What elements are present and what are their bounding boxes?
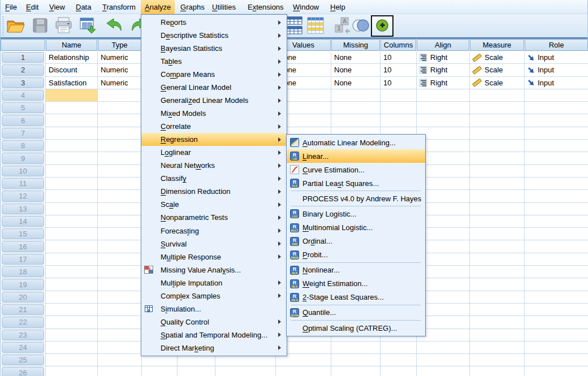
- menu-item-forecasting[interactable]: Forecasting: [141, 224, 287, 237]
- print-button[interactable]: [53, 15, 74, 37]
- row-number-cell[interactable]: 18: [1, 266, 46, 278]
- cell-label-26[interactable]: [215, 366, 276, 376]
- menubar-item-file[interactable]: File: [1, 0, 21, 14]
- menu-item-neural-networks[interactable]: Neural Networks: [141, 159, 287, 172]
- cell-role-17[interactable]: [525, 253, 588, 266]
- recall-dialogs-button[interactable]: [77, 15, 99, 37]
- submenu-item-binary-logistic[interactable]: RLOGBinary Logistic...: [287, 207, 425, 221]
- cell-measure-24[interactable]: [470, 342, 525, 354]
- cell-width-26[interactable]: [142, 366, 178, 376]
- cell-type-25[interactable]: [98, 354, 142, 366]
- row-number-cell[interactable]: 5: [1, 102, 46, 114]
- cell-measure-6[interactable]: [470, 114, 525, 127]
- cell-measure-2[interactable]: Scale: [470, 64, 525, 76]
- row-number-cell[interactable]: 24: [1, 342, 46, 354]
- cell-align-25[interactable]: [417, 354, 470, 366]
- cell-name-25[interactable]: [46, 354, 98, 366]
- cell-columns-24[interactable]: [381, 342, 417, 354]
- cell-values-26[interactable]: [276, 366, 331, 376]
- row-number-cell[interactable]: 21: [1, 304, 46, 316]
- cell-align-2[interactable]: Right: [417, 64, 470, 76]
- column-header-type[interactable]: Type: [98, 39, 142, 51]
- menu-item-tables[interactable]: Tables: [141, 55, 287, 68]
- cell-type-23[interactable]: [98, 329, 142, 342]
- column-header-columns[interactable]: Columns: [381, 39, 417, 51]
- cell-type-6[interactable]: [98, 114, 142, 127]
- cell-measure-25[interactable]: [470, 354, 525, 366]
- cell-measure-15[interactable]: [470, 228, 525, 240]
- cell-type-22[interactable]: [98, 316, 142, 329]
- cell-align-4[interactable]: [417, 89, 470, 102]
- cell-missing-4[interactable]: [331, 89, 381, 102]
- row-number-cell[interactable]: 25: [1, 354, 46, 366]
- cell-name-2[interactable]: Discount: [46, 64, 98, 76]
- column-header-name[interactable]: Name: [46, 39, 98, 51]
- column-header-role[interactable]: Role: [525, 39, 588, 51]
- cell-measure-22[interactable]: [470, 316, 525, 329]
- cell-name-3[interactable]: Satisfaction: [46, 77, 98, 89]
- cell-measure-3[interactable]: Scale: [470, 77, 525, 89]
- cell-role-18[interactable]: [525, 266, 588, 278]
- cell-align-6[interactable]: [417, 114, 470, 127]
- menubar-item-view[interactable]: View: [45, 0, 69, 14]
- submenu-item-weight-estimation[interactable]: RWLSWeight Estimation...: [287, 277, 425, 291]
- cell-align-3[interactable]: Right: [417, 77, 470, 89]
- cell-align-24[interactable]: [417, 342, 470, 354]
- menu-item-direct-marketing[interactable]: Direct Marketing: [141, 342, 287, 355]
- cell-measure-7[interactable]: [470, 127, 525, 140]
- cell-columns-1[interactable]: 10: [381, 51, 417, 64]
- menu-item-missing-value-analysis[interactable]: ?Missing Value Analysis...: [141, 263, 287, 276]
- cell-type-12[interactable]: [98, 190, 142, 202]
- cell-role-10[interactable]: [525, 165, 588, 178]
- insert-cases-button[interactable]: [305, 15, 326, 37]
- menu-item-generalized-linear-models[interactable]: Generalized Linear Models: [141, 94, 287, 107]
- cell-role-14[interactable]: [525, 215, 588, 228]
- cell-type-20[interactable]: [98, 291, 142, 304]
- cell-name-11[interactable]: [46, 178, 98, 190]
- cell-role-12[interactable]: [525, 190, 588, 202]
- row-number-cell[interactable]: 23: [1, 329, 46, 342]
- row-number-cell[interactable]: 20: [1, 291, 46, 304]
- cell-type-5[interactable]: [98, 102, 142, 114]
- menu-item-regression[interactable]: Regression: [141, 133, 287, 146]
- cell-type-16[interactable]: [98, 240, 142, 253]
- row-number-cell[interactable]: 3: [1, 77, 46, 89]
- menubar-item-utilities[interactable]: Utilities: [208, 0, 240, 14]
- cell-measure-10[interactable]: [470, 165, 525, 178]
- cell-role-8[interactable]: [525, 140, 588, 152]
- cell-role-22[interactable]: [525, 316, 588, 329]
- cell-name-22[interactable]: [46, 316, 98, 329]
- row-number-cell[interactable]: 8: [1, 140, 46, 152]
- cell-measure-5[interactable]: [470, 102, 525, 114]
- cell-type-26[interactable]: [98, 366, 142, 376]
- cell-name-15[interactable]: [46, 228, 98, 240]
- cell-type-3[interactable]: Numeric: [98, 77, 142, 89]
- cell-role-5[interactable]: [525, 102, 588, 114]
- cell-type-24[interactable]: [98, 342, 142, 354]
- submenu-item-probit[interactable]: RPROBProbit...: [287, 248, 425, 262]
- cell-decimals-26[interactable]: [178, 366, 215, 376]
- cell-role-26[interactable]: [525, 366, 588, 376]
- menu-item-mixed-models[interactable]: Mixed Models: [141, 107, 287, 120]
- save-file-button[interactable]: [29, 15, 51, 37]
- row-number-cell[interactable]: 26: [1, 366, 46, 376]
- cell-name-21[interactable]: [46, 304, 98, 316]
- cell-measure-16[interactable]: [470, 240, 525, 253]
- cell-type-4[interactable]: [98, 89, 142, 102]
- menu-item-loglinear[interactable]: Loglinear: [141, 146, 287, 159]
- cell-name-12[interactable]: [46, 190, 98, 202]
- cell-name-23[interactable]: [46, 329, 98, 342]
- column-header-blank[interactable]: [1, 39, 46, 51]
- cell-columns-2[interactable]: 10: [381, 64, 417, 76]
- cell-missing-2[interactable]: None: [331, 64, 381, 76]
- cell-align-26[interactable]: [417, 366, 470, 376]
- cell-name-19[interactable]: [46, 278, 98, 291]
- cell-name-9[interactable]: [46, 152, 98, 165]
- open-file-button[interactable]: [5, 15, 27, 37]
- row-number-cell[interactable]: 13: [1, 203, 46, 215]
- cell-type-11[interactable]: [98, 178, 142, 190]
- cell-measure-26[interactable]: [470, 366, 525, 376]
- cell-measure-9[interactable]: [470, 152, 525, 165]
- row-number-cell[interactable]: 7: [1, 127, 46, 140]
- variable-sets-button[interactable]: [350, 15, 371, 37]
